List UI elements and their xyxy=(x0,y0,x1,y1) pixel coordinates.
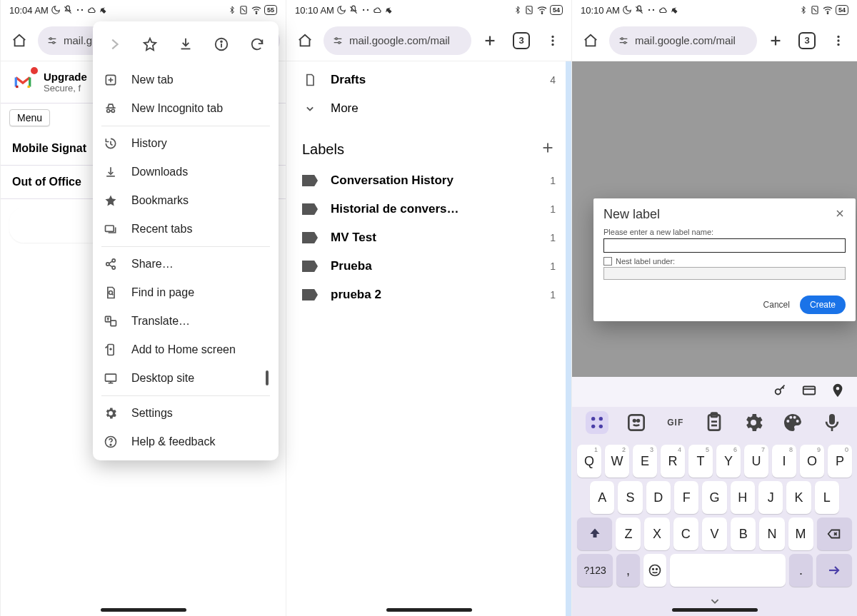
key-b[interactable]: B xyxy=(731,517,756,550)
menu-downloads[interactable]: Downloads xyxy=(93,158,279,186)
key-z[interactable]: Z xyxy=(616,517,641,550)
symbols-key[interactable]: ?123 xyxy=(577,554,613,587)
nav-handle[interactable] xyxy=(101,608,186,612)
menu-label: History xyxy=(131,137,167,150)
clipboard-icon[interactable] xyxy=(703,411,726,434)
tabs-button[interactable]: 3 xyxy=(508,28,534,54)
key-y[interactable]: Y6 xyxy=(716,445,741,478)
menu-share[interactable]: Share… xyxy=(93,250,279,278)
label-name-input[interactable] xyxy=(603,238,846,253)
shift-key[interactable] xyxy=(577,517,612,550)
info-icon[interactable] xyxy=(207,30,236,59)
card-icon[interactable] xyxy=(801,383,817,401)
key-c[interactable]: C xyxy=(673,517,698,550)
key-h[interactable]: H xyxy=(731,481,755,514)
key-t[interactable]: T5 xyxy=(688,445,713,478)
svg-line-26 xyxy=(109,265,113,267)
menu-find-in-page[interactable]: Find in page xyxy=(93,278,279,307)
nav-handle[interactable] xyxy=(386,608,472,612)
nest-checkbox-row[interactable]: Nest label under: xyxy=(603,257,846,266)
desktop-checkbox[interactable] xyxy=(266,370,269,385)
key-a[interactable]: A xyxy=(590,481,614,514)
backspace-key[interactable] xyxy=(817,517,852,550)
key-i[interactable]: I8 xyxy=(772,445,796,478)
label-row[interactable]: MV Test1 xyxy=(286,223,571,252)
overflow-icon[interactable] xyxy=(540,28,566,54)
menu-translate[interactable]: Translate… xyxy=(93,307,279,335)
menu-settings[interactable]: Settings xyxy=(93,399,279,428)
enter-key[interactable] xyxy=(816,554,852,587)
home-icon[interactable] xyxy=(578,28,603,54)
key-e[interactable]: E3 xyxy=(633,445,657,478)
key-x[interactable]: X xyxy=(644,517,669,550)
key-o[interactable]: O9 xyxy=(800,445,824,478)
key-d[interactable]: D xyxy=(646,481,671,514)
menu-history[interactable]: History xyxy=(93,129,279,158)
emoji-key[interactable] xyxy=(643,554,666,587)
nest-select[interactable] xyxy=(603,267,846,280)
key-l[interactable]: L xyxy=(815,481,839,514)
overflow-icon[interactable] xyxy=(826,28,851,54)
nest-checkbox[interactable] xyxy=(603,257,612,266)
key-j[interactable]: J xyxy=(758,481,783,514)
refresh-icon[interactable] xyxy=(243,30,271,59)
add-label-icon[interactable] xyxy=(540,140,556,159)
menu-add-home[interactable]: Add to Home screen xyxy=(93,335,279,364)
label-row[interactable]: Prueba1 xyxy=(286,252,571,281)
label-row[interactable]: prueba 21 xyxy=(286,281,571,309)
menu-help[interactable]: Help & feedback xyxy=(93,428,279,456)
label-row[interactable]: Historial de convers…1 xyxy=(286,195,571,223)
svg-point-76 xyxy=(591,425,595,428)
key-m[interactable]: M xyxy=(788,517,813,550)
label-row[interactable]: Conversation History1 xyxy=(286,166,571,195)
key-p[interactable]: P0 xyxy=(828,445,852,478)
folder-more[interactable]: More xyxy=(286,94,571,123)
browser-toolbar: mail.google.com/mail 3 xyxy=(572,20,857,61)
create-button[interactable]: Create xyxy=(800,296,846,314)
key-w[interactable]: W2 xyxy=(605,445,629,478)
key-v[interactable]: V xyxy=(702,517,727,550)
menu-desktop-site[interactable]: Desktop site xyxy=(93,364,279,393)
palette-icon[interactable] xyxy=(781,411,804,434)
key-f[interactable]: F xyxy=(674,481,698,514)
folder-drafts[interactable]: Drafts 4 xyxy=(286,66,571,94)
comma-key[interactable]: , xyxy=(616,554,639,587)
bluetooth-icon xyxy=(513,6,522,14)
key-r[interactable]: R4 xyxy=(661,445,685,478)
gif-icon[interactable]: GIF xyxy=(664,411,687,434)
home-icon[interactable] xyxy=(6,28,32,54)
menu-incognito[interactable]: New Incognito tab xyxy=(93,94,279,123)
password-key-icon[interactable] xyxy=(773,383,788,401)
svg-line-4 xyxy=(242,9,246,12)
key-g[interactable]: G xyxy=(702,481,726,514)
new-tab-icon[interactable] xyxy=(763,28,788,54)
cancel-button[interactable]: Cancel xyxy=(759,297,794,313)
tabs-button[interactable]: 3 xyxy=(794,28,820,54)
menu-button[interactable]: Menu xyxy=(9,109,50,126)
key-u[interactable]: U7 xyxy=(744,445,768,478)
nav-handle[interactable] xyxy=(672,608,758,612)
sticker-icon[interactable] xyxy=(625,411,648,434)
period-key[interactable]: . xyxy=(789,554,812,587)
key-n[interactable]: N xyxy=(759,517,784,550)
mic-icon[interactable] xyxy=(821,411,843,434)
quick-apps-icon[interactable] xyxy=(586,411,608,434)
url-bar[interactable]: mail.google.com/mail xyxy=(609,26,757,55)
key-q[interactable]: Q1 xyxy=(577,445,601,478)
menu-recent-tabs[interactable]: Recent tabs xyxy=(93,215,279,243)
menu-bookmarks[interactable]: Bookmarks xyxy=(93,186,279,215)
home-icon[interactable] xyxy=(292,28,318,54)
new-tab-icon[interactable] xyxy=(477,28,503,54)
space-key[interactable] xyxy=(670,554,786,587)
key-k[interactable]: K xyxy=(786,481,811,514)
location-icon[interactable] xyxy=(830,383,846,401)
label-name: MV Test xyxy=(331,231,376,245)
forward-icon[interactable] xyxy=(100,30,129,59)
menu-new-tab[interactable]: New tab xyxy=(93,66,279,94)
star-icon[interactable] xyxy=(136,30,164,59)
gear-icon[interactable] xyxy=(742,411,765,434)
close-icon[interactable] xyxy=(834,208,846,222)
key-s[interactable]: S xyxy=(618,481,642,514)
url-bar[interactable]: mail.google.com/mail xyxy=(324,26,471,55)
download-icon[interactable] xyxy=(171,30,200,59)
